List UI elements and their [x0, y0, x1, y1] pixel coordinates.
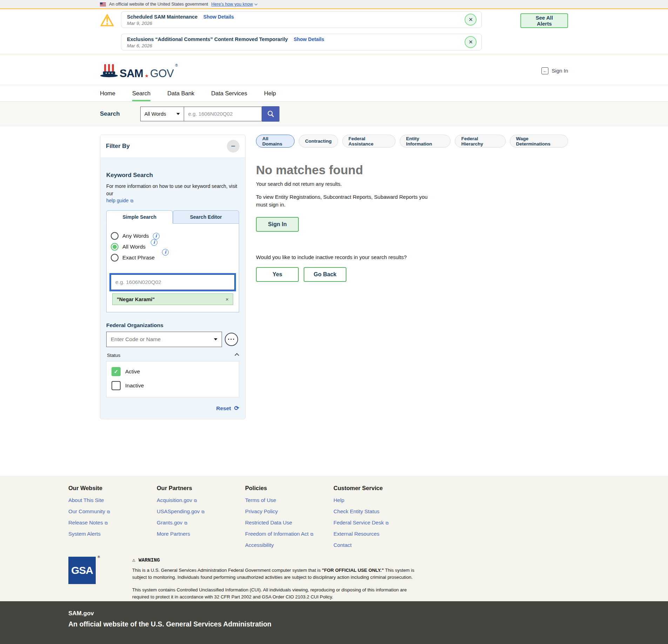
- svg-text:★: ★: [105, 72, 107, 74]
- footer-link-terms-of-use[interactable]: Terms of Use: [245, 497, 333, 503]
- footer-link-usaspending-gov[interactable]: USASpending.gov: [157, 508, 245, 514]
- nav-item-data-services[interactable]: Data Services: [211, 85, 247, 101]
- nav-item-data-bank[interactable]: Data Bank: [167, 85, 194, 101]
- sam-gov-logo[interactable]: ★ ★ ★ SAMGOV ®: [100, 63, 178, 79]
- footer-link-acquisition-gov[interactable]: Acquisition.gov: [157, 497, 245, 503]
- alert-card-exclusions: Exclusions “Additional Comments” Content…: [121, 34, 482, 50]
- main-search-input[interactable]: [184, 107, 262, 121]
- header-sign-in-link[interactable]: Sign In: [541, 67, 568, 74]
- checkbox-inactive[interactable]: [112, 381, 121, 390]
- radio-any-words-label: Any Words: [122, 233, 149, 239]
- radio-exact-phrase[interactable]: [111, 254, 119, 262]
- include-inactive-question: Would you like to include inactive recor…: [256, 254, 568, 260]
- warning-paragraph-1: This is a U.S. General Services Administ…: [132, 567, 418, 581]
- footer-link-more-partners[interactable]: More Partners: [157, 531, 245, 537]
- uncle-sam-hat-icon: ★ ★ ★: [100, 63, 118, 79]
- keyword-search-title: Keyword Search: [106, 172, 239, 179]
- radio-exact-phrase-label: Exact Phrase: [122, 255, 155, 261]
- us-flag-icon: [100, 2, 106, 6]
- no-matches-title: No matches found: [256, 163, 568, 177]
- org-more-options-button[interactable]: [225, 333, 238, 346]
- nav-item-search[interactable]: Search: [132, 85, 150, 101]
- alert-card-maintenance: Scheduled SAM Maintenance Show Details M…: [121, 11, 482, 28]
- logo-registered-mark: ®: [175, 63, 177, 67]
- content-area: Filter By Keyword Search For more inform…: [0, 126, 668, 476]
- reset-filters-link[interactable]: Reset: [106, 405, 239, 413]
- footer-link-about-this-site[interactable]: About This Site: [68, 497, 157, 503]
- warning-text-bold: "FOR OFFICIAL USE ONLY.": [322, 568, 384, 573]
- footer-link-federal-service-desk[interactable]: Federal Service Desk: [333, 520, 422, 526]
- go-back-button[interactable]: Go Back: [304, 267, 346, 282]
- footer-link-foia[interactable]: Freedom of Information Act: [245, 531, 333, 537]
- footer-link-contact[interactable]: Contact: [333, 542, 422, 548]
- info-icon[interactable]: i: [153, 233, 160, 239]
- alert-title: Scheduled SAM Maintenance: [127, 14, 197, 20]
- federal-organizations-combobox[interactable]: Enter Code or Name: [106, 332, 222, 347]
- logo-gov-text: GOV: [150, 68, 174, 79]
- radio-any-words[interactable]: [111, 232, 119, 240]
- checkbox-active[interactable]: [112, 367, 121, 376]
- svg-text:★: ★: [108, 72, 110, 74]
- search-label: Search: [100, 110, 120, 117]
- domain-pill-federal-assistance[interactable]: Federal Assistance: [342, 135, 396, 148]
- alert-title: Exclusions “Additional Comments” Content…: [127, 36, 288, 42]
- how-you-know-label: Here's how you know: [211, 2, 253, 7]
- filter-by-title: Filter By: [106, 143, 130, 150]
- chevron-up-icon[interactable]: [235, 353, 239, 358]
- show-details-link[interactable]: Show Details: [293, 36, 324, 42]
- footer-heading: Policies: [245, 485, 333, 492]
- footer-link-accessibility[interactable]: Accessibility: [245, 542, 333, 548]
- footer-link-check-entity-status[interactable]: Check Entity Status: [333, 508, 422, 514]
- keyword-chip: "Negar Karami" ×: [112, 293, 233, 305]
- reset-icon: [234, 405, 239, 412]
- domain-pill-federal-hierarchy[interactable]: Federal Hierarchy: [455, 135, 505, 148]
- alert-close-button[interactable]: [465, 14, 477, 26]
- see-all-alerts-button[interactable]: See All Alerts: [520, 13, 568, 28]
- search-icon: [267, 110, 275, 118]
- domain-pill-entity-information[interactable]: Entity Information: [400, 135, 451, 148]
- warning-text-1: This is a U.S. General Services Administ…: [132, 568, 322, 573]
- warning-triangle-icon: [100, 11, 114, 29]
- tab-simple-search[interactable]: Simple Search: [106, 210, 173, 224]
- footer-column-our-partners: Our Partners Acquisition.gov USASpending…: [157, 485, 245, 553]
- info-icon[interactable]: i: [151, 239, 157, 246]
- nav-item-help[interactable]: Help: [264, 85, 276, 101]
- footer-link-our-community[interactable]: Our Community: [68, 508, 157, 514]
- footer-link-release-notes[interactable]: Release Notes: [68, 520, 157, 526]
- footer-link-help[interactable]: Help: [333, 497, 422, 503]
- keyword-chip-label: "Negar Karami": [117, 297, 155, 302]
- show-details-link[interactable]: Show Details: [203, 14, 234, 20]
- footer-link-system-alerts[interactable]: System Alerts: [68, 531, 157, 537]
- simple-search-panel: Any Words i All Words i Exact Phrase i: [106, 224, 239, 312]
- search-submit-button[interactable]: [262, 106, 279, 122]
- how-you-know-link[interactable]: Here's how you know: [211, 2, 257, 7]
- nav-item-home[interactable]: Home: [100, 85, 115, 101]
- keyword-search-input[interactable]: [111, 274, 235, 290]
- footer-link-external-resources[interactable]: External Resources: [333, 531, 422, 537]
- alert-close-button[interactable]: [465, 36, 477, 48]
- footer-column-policies: Policies Terms of Use Privacy Policy Res…: [245, 485, 333, 553]
- footer-link-privacy-policy[interactable]: Privacy Policy: [245, 508, 333, 514]
- yes-button[interactable]: Yes: [256, 267, 299, 282]
- sign-in-note: To view Entity Registrations, Subcontrac…: [256, 193, 433, 209]
- footer-official-subtitle: An official website of the U.S. General …: [68, 620, 668, 628]
- footer-heading: Our Partners: [157, 485, 245, 492]
- footer-link-grants-gov[interactable]: Grants.gov: [157, 520, 245, 526]
- search-mode-select[interactable]: All Words: [140, 107, 184, 121]
- domain-pill-contracting[interactable]: Contracting: [299, 135, 338, 148]
- radio-all-words[interactable]: [111, 243, 119, 251]
- keyword-search-description: For more information on how to use our k…: [106, 184, 237, 196]
- checkbox-active-label: Active: [125, 368, 140, 375]
- info-icon[interactable]: i: [162, 249, 169, 256]
- sign-in-button[interactable]: Sign In: [256, 217, 299, 232]
- domain-pill-all-domains[interactable]: All Domains: [256, 135, 295, 148]
- chip-remove-icon[interactable]: ×: [225, 296, 229, 302]
- footer-link-restricted-data-use[interactable]: Restricted Data Use: [245, 520, 333, 526]
- help-guide-link[interactable]: help guide: [106, 198, 133, 203]
- collapse-filters-button[interactable]: [227, 140, 239, 152]
- domain-pill-wage-determinations[interactable]: Wage Determinations: [510, 135, 568, 148]
- warning-triangle-icon: [132, 557, 135, 563]
- search-mode-value: All Words: [144, 111, 166, 117]
- logo-sam-text: SAM: [120, 68, 143, 79]
- tab-search-editor[interactable]: Search Editor: [173, 210, 239, 224]
